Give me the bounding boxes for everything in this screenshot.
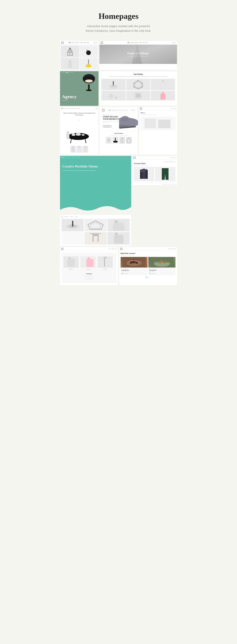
agency-nav-elements[interactable]: Elements bbox=[61, 72, 65, 73]
products-nav-icons: 🔍 🛒 bbox=[132, 110, 135, 111]
portfolio-share-shop[interactable]: Shop bbox=[78, 108, 80, 109]
svg-rect-57 bbox=[121, 138, 123, 139]
spacer-l-home[interactable]: Home bbox=[109, 248, 111, 249]
search-icon: 🔍 bbox=[94, 42, 95, 43]
frontend-nav-shop[interactable]: Shop bbox=[146, 42, 148, 43]
cc-latest-desc-section: Lorem ipsum dolor sit amet, consectetur bbox=[132, 183, 177, 186]
products-nav-pages[interactable]: Pages bbox=[112, 110, 114, 111]
chevron-down-icon: ▾ bbox=[79, 119, 80, 121]
meet-nav-links: Home Pages bbox=[171, 108, 176, 109]
meet-nav-home[interactable]: Home bbox=[171, 108, 173, 109]
svg-rect-56 bbox=[115, 138, 116, 142]
portfolio-share-elements[interactable]: Elements bbox=[68, 108, 71, 109]
svg-point-16 bbox=[85, 80, 93, 82]
meet-product-svg bbox=[140, 117, 176, 130]
nav-logo-1: C bbox=[61, 42, 64, 44]
products-nav-portfolio[interactable]: Portfolio bbox=[119, 110, 122, 111]
frontend-nav-home[interactable]: Home bbox=[128, 42, 130, 43]
cc-latest-label: Latest Products bbox=[134, 161, 176, 162]
portfolio-share-pages[interactable]: Pages bbox=[64, 108, 66, 109]
portfolio-objects-svg bbox=[62, 123, 95, 144]
nav-link-home[interactable]: Home bbox=[68, 42, 71, 43]
lamp-svg bbox=[81, 73, 96, 92]
spacer-l-shop[interactable]: Shop bbox=[115, 248, 116, 249]
bwc-post-author-2: George Tyler bbox=[149, 272, 174, 274]
cp-nav-blog[interactable]: Blog bbox=[76, 157, 77, 158]
bwc-author-name-2: George Tyler bbox=[152, 273, 156, 274]
nav-link-shop[interactable]: Shop bbox=[87, 42, 89, 43]
product-thumbs bbox=[60, 45, 98, 70]
products-nav-elements[interactable]: Elements bbox=[115, 110, 118, 111]
portfolio-share-portfolio[interactable]: Portfolio bbox=[72, 108, 75, 109]
products-nav-shop[interactable]: Shop bbox=[126, 110, 127, 111]
filter-creative[interactable]: Creative bbox=[70, 216, 73, 218]
bwc-nav-home[interactable]: Home bbox=[168, 248, 170, 249]
row-3: Home Pages Elements Portfolio Blog Shop … bbox=[60, 107, 177, 155]
agency-nav-blog[interactable]: Blog bbox=[70, 72, 71, 73]
mini-prod-4 bbox=[126, 137, 132, 144]
frontend-nav-pages[interactable]: Pages bbox=[131, 42, 133, 43]
bwc-post-tag-1: Post Layout v1 bbox=[122, 268, 147, 269]
cp-nav-home[interactable]: Home bbox=[62, 157, 64, 158]
filter-all[interactable]: All bbox=[62, 216, 63, 218]
svg-rect-71 bbox=[62, 232, 84, 245]
frontend-nav-blog[interactable]: Blog bbox=[143, 42, 145, 43]
svg-text:Products: Products bbox=[86, 273, 92, 274]
portfolio-share-blog[interactable]: Blog bbox=[76, 108, 77, 109]
portfolio-share-content: With my creative portfolio, I share my r… bbox=[60, 110, 98, 155]
meet-with-desc: Lorem ipsum sit amet consectetur adipisc… bbox=[140, 114, 176, 115]
nav-link-elements[interactable]: Elements bbox=[76, 42, 79, 43]
bwc-nav-shop[interactable]: Shop bbox=[174, 248, 176, 249]
svg-rect-49 bbox=[85, 146, 86, 148]
mini-products-row bbox=[62, 146, 96, 153]
nav-link-portfolio[interactable]: Portfolio bbox=[80, 42, 83, 43]
nav-link-pages[interactable]: Pages bbox=[72, 42, 74, 43]
cp-nav-portfolio[interactable]: Portfolio bbox=[72, 157, 75, 158]
mini-bottle-3 bbox=[83, 146, 88, 152]
svg-rect-91 bbox=[104, 256, 107, 258]
cc-nav-home[interactable]: Home bbox=[170, 157, 172, 158]
stones-svg bbox=[108, 79, 119, 90]
creative-choice-card: C Home Pages Latest Products A Creative … bbox=[132, 156, 177, 186]
cc-fashion-pants bbox=[155, 167, 176, 181]
cc-nav-pages[interactable]: Pages bbox=[174, 157, 176, 158]
cp-nav-shop[interactable]: Shop bbox=[78, 157, 80, 158]
work-item-1 bbox=[102, 79, 126, 90]
mini-sculpt-3 bbox=[119, 137, 125, 144]
portfolio-filter: All Branding Creative Design bbox=[62, 216, 130, 218]
frontend-nav-elements[interactable]: Elements bbox=[134, 42, 138, 43]
pgrid-item-1 bbox=[62, 219, 84, 231]
portfolio-share-home[interactable]: Home bbox=[61, 108, 64, 109]
filter-branding[interactable]: Branding bbox=[64, 216, 68, 218]
filter-design[interactable]: Design bbox=[75, 216, 78, 218]
spacer-l-pages[interactable]: Pages bbox=[112, 248, 114, 249]
svg-rect-60 bbox=[145, 118, 156, 128]
svg-line-26 bbox=[141, 83, 142, 84]
products-nav-links: Home Pages Elements Portfolio Blog Shop bbox=[109, 110, 127, 111]
svg-text:Product 1: Product 1 bbox=[69, 269, 73, 270]
svg-point-32 bbox=[109, 94, 113, 98]
bwc-nav-pages[interactable]: Pages bbox=[171, 248, 173, 249]
svg-point-34 bbox=[115, 96, 117, 98]
nav-link-blog[interactable]: Blog bbox=[84, 42, 86, 43]
svg-point-79 bbox=[92, 234, 99, 236]
products-nav-home[interactable]: Home bbox=[109, 110, 111, 111]
frontend-nav-logo: C bbox=[101, 42, 103, 44]
bwc-post-tag-2: Post Layout v2 bbox=[149, 268, 174, 269]
agency-nav-shop[interactable]: Shop bbox=[72, 72, 74, 73]
mini-product-3 bbox=[83, 146, 88, 153]
svg-point-103 bbox=[130, 260, 131, 262]
cp-nav-pages[interactable]: Pages bbox=[65, 157, 67, 158]
cp-hero-box: Home Pages Elements Portfolio Blog Shop … bbox=[60, 156, 131, 214]
agency-nav-links: Elements Portfolio Blog Shop bbox=[61, 72, 74, 73]
agency-nav-portfolio[interactable]: Portfolio bbox=[66, 72, 69, 73]
frontend-nav-portfolio[interactable]: Portfolio bbox=[139, 42, 142, 43]
all-products-button[interactable]: ALL PRODUCTS bbox=[103, 125, 112, 128]
work-item-4 bbox=[102, 91, 126, 100]
meet-nav-pages[interactable]: Pages bbox=[174, 108, 176, 109]
cc-title: A Creative Choice bbox=[134, 163, 176, 164]
bwc-post-author-1: George Tyler bbox=[122, 272, 147, 274]
products-nav-blog[interactable]: Blog bbox=[123, 110, 125, 111]
hero-bg-svg bbox=[100, 45, 177, 64]
cp-nav-elements[interactable]: Elements bbox=[68, 157, 71, 158]
